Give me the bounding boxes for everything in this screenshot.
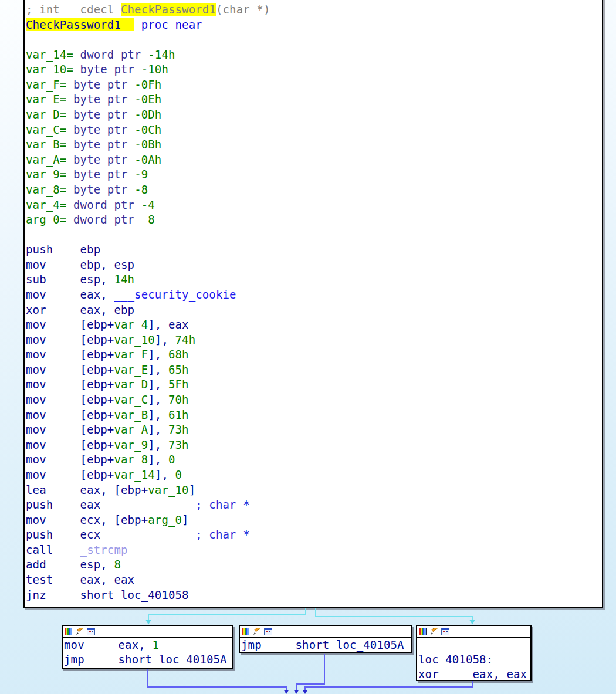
node-color-icon[interactable] [65,628,72,635]
group-node-icon[interactable] [87,628,95,635]
asm-line [26,228,270,243]
arrowhead-into-block1 [146,620,151,625]
asm-line: mov [ebp+var_8], 0 [26,452,270,468]
asm-line: mov [ebp+var_B], 61h [26,408,270,423]
asm-line: mov [ebp+var_E], 65h [26,363,270,378]
asm-line: mov [ebp+var_10], 74h [26,333,270,348]
asm-line: var_D= byte ptr -0Dh [26,107,270,123]
asm-line: var_A= byte ptr -0Ah [26,153,270,168]
arrowhead-block1-out [284,690,289,694]
graph-node-jump[interactable]: jmp short loc_40105A [239,625,412,653]
arrowhead-block3-out [303,690,308,694]
asm-line: ; int __cdecl CheckPassword1(char *) [26,2,270,18]
asm-line: var_10= byte ptr -10h [26,62,270,77]
asm-line: var_9= byte ptr -9 [26,167,270,182]
asm-line: push ecx ; char * [26,527,270,543]
graph-node-loc-401058[interactable]: loc_401058:xor eax, eax [416,625,532,681]
asm-line: lea eax, [ebp+var_10] [26,483,270,498]
asm-line: xor eax, ebp [26,303,270,318]
asm-line: sub esp, 14h [26,272,270,287]
asm-line: var_14= dword ptr -14h [26,48,270,63]
asm-line: var_4= dword ptr -4 [26,198,270,213]
asm-line: mov [ebp+var_C], 70h [26,392,270,408]
asm-line: var_B= byte ptr -0Bh [26,137,270,153]
asm-line: push ebp [26,242,270,258]
asm-line: loc_401058: [418,652,530,667]
node-titlebar [417,626,530,638]
asm-line: var_F= byte ptr -0Fh [26,77,270,93]
arrowhead-block2-out [294,690,299,694]
graph-node-checkpassword1[interactable]: ; int __cdecl CheckPassword1(char *)Chec… [23,0,603,608]
asm-line: call _strcmp [26,543,270,558]
asm-line [26,32,270,48]
asm-line: mov [ebp+var_14], 0 [26,468,270,483]
disassembly-listing: jmp short loc_40105A [240,638,411,652]
node-color-icon[interactable] [419,628,427,635]
ida-graph-view: { "colors": { "background_top": "#fcfeff… [0,0,616,694]
asm-line: test eax, eax [26,573,270,588]
edge-branch-left [148,608,306,621]
graph-node-success-branch[interactable]: mov eax, 1jmp short loc_40105A [62,625,233,669]
node-titlebar [63,626,232,638]
edge-block1-out [147,669,286,690]
asm-line: xor eax, eax [418,667,530,681]
asm-line: mov [ebp+var_9], 73h [26,438,270,453]
asm-line: var_C= byte ptr -0Ch [26,123,270,138]
edge-branch-right [316,608,472,621]
group-node-icon[interactable] [264,628,272,635]
edit-node-icon[interactable] [76,628,83,635]
edge-block3-out [305,681,472,690]
asm-line: arg_0= dword ptr 8 [26,212,270,228]
asm-line: jmp short loc_40105A [241,638,411,652]
edit-node-icon[interactable] [253,628,260,635]
asm-line: jmp short loc_40105A [64,652,232,667]
asm-line: var_8= byte ptr -8 [26,182,270,198]
disassembly-listing: loc_401058:xor eax, eax [417,638,530,681]
group-node-icon[interactable] [441,628,449,635]
arrowhead-into-block3 [470,620,475,625]
asm-line [418,638,530,652]
asm-line: add esp, 8 [26,557,270,573]
asm-line: mov eax, ___security_cookie [26,287,270,303]
node-titlebar [240,626,411,638]
disassembly-listing: mov eax, 1jmp short loc_40105A [63,638,232,667]
disassembly-listing: ; int __cdecl CheckPassword1(char *)Chec… [26,2,270,602]
asm-line: push eax ; char * [26,497,270,513]
asm-line: var_E= byte ptr -0Eh [26,92,270,107]
asm-line: mov eax, 1 [64,638,232,652]
edit-node-icon[interactable] [430,628,438,635]
node-color-icon[interactable] [242,628,249,635]
asm-line: mov ebp, esp [26,258,270,273]
asm-line: mov [ebp+var_F], 68h [26,347,270,363]
asm-line: mov [ebp+var_A], 73h [26,422,270,438]
asm-line: jnz short loc_401058 [26,588,270,603]
asm-line: mov [ebp+var_D], 5Fh [26,377,270,392]
asm-line: mov ecx, [ebp+arg_0] [26,513,270,528]
asm-line: mov [ebp+var_4], eax [26,317,270,333]
edge-block2-out [296,654,324,690]
asm-line: CheckPassword1 proc near [26,18,270,33]
